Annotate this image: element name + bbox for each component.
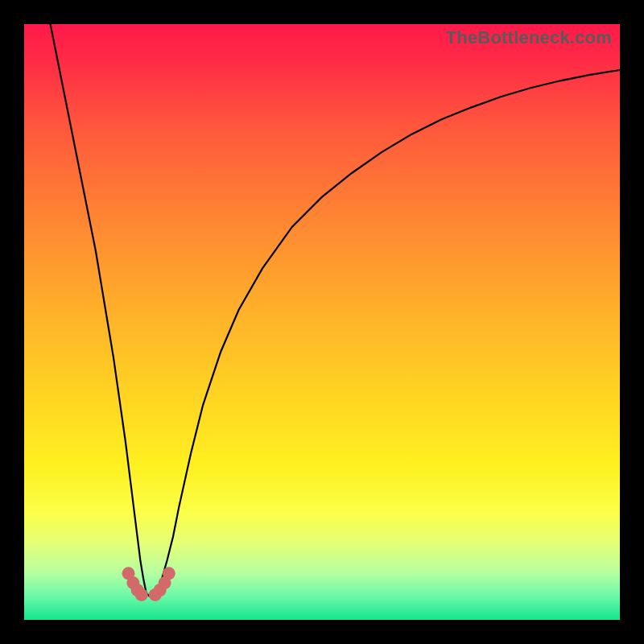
chart-plot-area: TheBottleneck.com (24, 24, 620, 620)
highlight-marker (163, 567, 175, 580)
watermark-text: TheBottleneck.com (446, 27, 612, 48)
highlight-marker (135, 588, 148, 601)
bottleneck-curve-line (48, 24, 620, 596)
bottleneck-chart (24, 24, 620, 620)
